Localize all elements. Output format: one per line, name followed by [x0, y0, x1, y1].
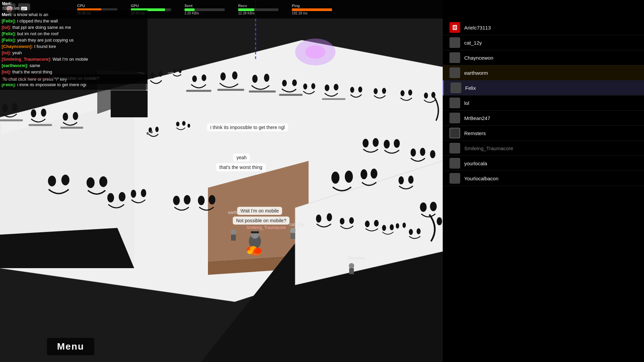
player-avatar-yourlocala: [449, 158, 460, 169]
svg-point-113: [349, 263, 354, 268]
ping-stat: Ping 192.18 ms: [292, 4, 339, 15]
player-item-yourlocala[interactable]: yourlocala: [443, 156, 644, 171]
svg-rect-125: [453, 27, 457, 28]
player-name-remsters: Remsters: [464, 130, 486, 136]
sidebar: ⋯ Arielc73113 cat_12y Chayncewon: [443, 0, 644, 362]
svg-point-106: [254, 248, 262, 254]
chat-line-6: [lol]: yeah: [2, 50, 146, 56]
player-label-cat12y: cat_12y: [289, 222, 304, 227]
player-item-smileing[interactable]: Smileing_Traumacore: [443, 141, 644, 156]
svg-rect-110: [231, 235, 236, 241]
svg-rect-122: [22, 9, 25, 10]
player-name-felix: Felix: [465, 85, 476, 91]
player-item-cat12y[interactable]: cat_12y: [443, 35, 644, 50]
speech-bubble-4: Not possible on mobile?: [233, 217, 289, 225]
player-label-earthworm: earthworm: [228, 210, 247, 215]
player-item-yourlocalbacon[interactable]: Yourlocalbacon: [443, 171, 644, 186]
player-name-earthworm: earthworm: [464, 70, 488, 76]
svg-rect-126: [453, 28, 457, 29]
svg-marker-9: [111, 90, 148, 117]
svg-rect-124: [453, 26, 457, 27]
svg-point-107: [247, 250, 253, 254]
chat-line-1: [Felix]: i clipped thru the wall: [2, 18, 146, 24]
player-name-cat12y: cat_12y: [464, 40, 482, 46]
player-item-mrbean247[interactable]: MrBean247: [443, 111, 644, 126]
speech-bubble-1: yeah: [233, 154, 250, 162]
chat-input-area[interactable]: To chat click here or press "/" key: [0, 74, 148, 84]
speech-bubble-2: that's the worst thing: [216, 163, 266, 171]
svg-rect-108: [251, 231, 259, 233]
player-avatar-chayncewon: [449, 52, 460, 63]
svg-point-109: [231, 230, 236, 235]
player-avatar-smileing: [449, 143, 460, 154]
player-avatar-yourlocalbacon: [449, 173, 460, 184]
player-item-arielc73113[interactable]: Arielc73113: [443, 20, 644, 35]
svg-point-11: [305, 45, 325, 59]
player-name-yourlocalbacon: Yourlocalbacon: [464, 176, 498, 181]
player-label-remsters: Remsters: [348, 256, 365, 260]
player-item-lol[interactable]: lol: [443, 96, 644, 111]
player-item-felix[interactable]: Felix: [443, 80, 644, 96]
speech-bubble-0: i think its impossible to get there ngl: [207, 123, 288, 131]
player-avatar-remsters: [449, 128, 460, 138]
player-item-remsters[interactable]: Remsters: [443, 126, 644, 141]
svg-rect-121: [22, 8, 26, 8]
player-list: Arielc73113 cat_12y Chayncewon earthworm…: [443, 20, 644, 186]
svg-point-58: [147, 132, 149, 135]
svg-marker-5: [0, 228, 134, 268]
sent-stat: Sent 2.20 KB/s: [184, 4, 231, 15]
player-label-smileing: Smileing_Traumacore: [247, 225, 286, 230]
player-name-lol: lol: [464, 100, 469, 106]
chat-line-3: [Felix]: but im not on the roof: [2, 31, 146, 37]
player-item-chayncewon[interactable]: Chayncewon: [443, 50, 644, 65]
chat-line-0: Mert: u know what is an: [2, 12, 146, 18]
player-avatar-mrbean247: [449, 113, 460, 123]
player-avatar-arielc73113: [449, 22, 460, 33]
chat-line-7: [Smileing_Traumacore]: Wait I'm on mobil…: [2, 56, 146, 62]
recv-stat: Recv 12.28 KB/s: [238, 4, 285, 15]
player-name-smileing: Smileing_Traumacore: [464, 145, 513, 151]
player-avatar-lol: [449, 98, 460, 108]
player-avatar-cat12y: [449, 37, 460, 48]
svg-point-111: [290, 228, 296, 233]
chat-line-8: [earthworm]: same: [2, 63, 146, 69]
game-viewport: Mert: 7:35.45 MB CPU 16.68 ms GPU 18.50 …: [0, 0, 443, 362]
player-name-mrbean247: MrBean247: [464, 115, 490, 121]
player-name-yourlocala: yourlocala: [464, 161, 487, 166]
chat-line-2: [lol]: that ppl are doing same as me: [2, 24, 146, 31]
player-name-chayncewon: Chayncewon: [464, 55, 493, 61]
svg-rect-114: [349, 268, 354, 274]
svg-point-59: [151, 131, 153, 133]
player-name-arielc73113: Arielc73113: [464, 25, 491, 31]
chat-line-5: [Chayncewon]: I found lore: [2, 44, 146, 50]
player-avatar-felix: [450, 82, 461, 93]
menu-button[interactable]: Menu: [47, 338, 94, 355]
svg-rect-112: [290, 233, 295, 239]
player-avatar-earthworm: [449, 67, 460, 78]
player-item-earthworm[interactable]: earthworm: [443, 65, 644, 80]
chat-line-4: [Felix]: yeah they are just copying us: [2, 37, 146, 43]
